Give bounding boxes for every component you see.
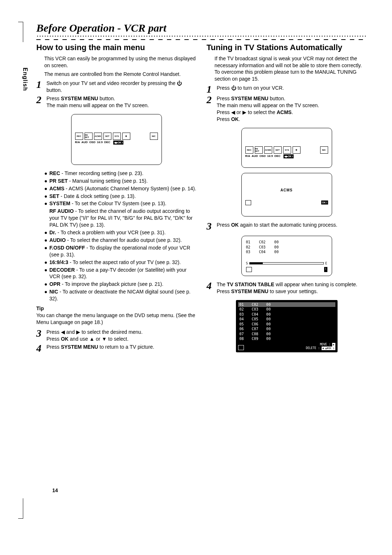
step-body: Switch on your TV set and video recorder… (46, 80, 196, 94)
section-heading-main-menu: How to using the main menu (36, 42, 196, 53)
text: button. (98, 96, 115, 101)
step-3: 3 Press OK again to start the automatic … (207, 222, 367, 231)
osd-icon: ✚ (293, 146, 301, 154)
osd-icon: NIC (150, 133, 158, 140)
osd-icon: R/A (75, 141, 80, 145)
osd-main-menu-figure: REC PR SET ACMS SET SYS ✚ NIC R/A AUD OS… (71, 114, 162, 165)
menu-definitions-list: ●REC - Timer recording setting (see p. 2… (44, 170, 196, 302)
osd-acms-figure: ACMS OK i (241, 173, 332, 216)
menu-def-body: OPR - To improve the playback picture (s… (49, 281, 196, 288)
bullet-icon: ● (44, 259, 49, 266)
tip-heading: Tip (36, 305, 196, 312)
bullet-icon (44, 208, 49, 228)
osd-icon-row: REC PR SET ACMS SET SYS ✚ NIC (245, 146, 328, 154)
menu-def-body: ACMS - ACMS (Automatic Channel Memory Sy… (49, 185, 196, 192)
menu-def-row: ●OPR - To improve the playback picture (… (44, 281, 196, 288)
s-label: S (246, 261, 248, 266)
menu-def-body: Dr. - To check a problem with your VCR (… (49, 229, 196, 236)
osd-icon: AUD (81, 141, 87, 145)
osd-icon: AUD (252, 154, 258, 158)
nav-arrows-icon: ◀ ▲▼OK i (322, 347, 335, 350)
station-table-row: 05C0600 (238, 322, 335, 327)
osd-icon: ACMS (94, 133, 102, 140)
bullet-icon: ● (44, 281, 49, 288)
bullet-icon: ● (44, 244, 49, 258)
divider-dashed (36, 39, 367, 40)
intro-text: If the TV broadcast signal is weak your … (215, 55, 367, 83)
osd-icon: 16:9 (267, 154, 273, 158)
step-number: 4 (36, 344, 44, 353)
osd-icon: SYS (113, 133, 121, 140)
osd-icon: R/A (245, 154, 250, 158)
station-table-row: 01C0200 (238, 302, 335, 307)
bullet-icon: ● (44, 178, 49, 185)
bullet-icon: ● (44, 193, 49, 200)
menu-def-body: SET - Date & clock setting (see p. 13). (49, 193, 196, 200)
osd-icon: 16:9 (97, 141, 103, 145)
osd-icon-row-2: R/A AUD OSD 16:9 DEC ◀▶OK i (245, 154, 328, 158)
menu-def-body: AUDIO - To select the channel for audio … (49, 237, 196, 244)
acms-mini-icon (245, 200, 251, 205)
station-table-row: 07C0800 (238, 332, 335, 337)
text: The main menu will appear on the TV scre… (217, 102, 319, 108)
osd-icon: REC (75, 133, 83, 140)
step-1: 1 Press ⏻ to turn on your VCR. (207, 85, 367, 94)
osd-icon: SET (274, 146, 282, 154)
menu-def-row: ●F.OSD ON/OFF - To display the operation… (44, 244, 196, 258)
menu-def-row: ●SYSTEM - To set the Colour TV System (s… (44, 200, 196, 207)
menu-def-row: ●AUDIO - To select the channel for audio… (44, 237, 196, 244)
step-3: 3 Press ◀ and ▶ to select the desired me… (36, 329, 196, 343)
chapter-title: Before Operation - VCR part (36, 22, 367, 34)
step-body: Press SYSTEM MENU button. The main menu … (217, 95, 367, 123)
crop-mark-top-left (18, 22, 23, 42)
divider-dotted (36, 35, 367, 37)
osd-main-menu-figure-2: REC PR SET ACMS SET SYS ✚ NIC R/A AUD OS… (241, 128, 332, 168)
step-2: 2 Press SYSTEM MENU button. The main men… (36, 95, 196, 109)
menu-def-row: ●Dr. - To check a problem with your VCR … (44, 229, 196, 236)
bullet-icon: ● (44, 267, 49, 280)
osd-icon: PR SET (85, 133, 93, 140)
step-number: 3 (207, 222, 215, 231)
station-table-row: 03C0400 (238, 312, 335, 317)
acms-mini-icon (246, 267, 252, 272)
nav-ok-icon: OK i (321, 200, 328, 204)
intro-text-1: This VCR can easily be programmed by usi… (44, 55, 196, 69)
text: The main menu will appear on the TV scre… (46, 102, 149, 108)
menu-def-row: RF AUDIO - To select the channel of audi… (44, 208, 196, 228)
osd-icon: ACMS (264, 146, 272, 154)
menu-def-row: ●PR SET - Manual tuning setting (see p. … (44, 178, 196, 185)
delete-label: DELETE : (306, 347, 320, 350)
menu-def-body: SYSTEM - To set the Colour TV System (se… (49, 200, 196, 207)
step-number: 1 (207, 85, 215, 94)
menu-def-row: ●DECODER - To use a pay-TV decoder (or S… (44, 267, 196, 280)
menu-def-body: REC - Timer recording setting (see p. 23… (49, 170, 196, 177)
intro-text-2: The menus are controlled from the Remote… (44, 71, 196, 78)
bullet-icon: ● (44, 200, 49, 207)
station-table-row: 02C0300 (238, 307, 335, 312)
step-2: 2 Press SYSTEM MENU button. The main men… (207, 95, 367, 123)
tip-body: You can change the menu language on the … (36, 312, 196, 326)
menu-def-body: DECODER - To use a pay-TV decoder (or Sa… (49, 267, 196, 280)
menu-def-row: ●16:9/4:3 - To select the aspect ratio o… (44, 259, 196, 266)
play-icon: ▶ (332, 343, 335, 347)
station-table-row: 06C0700 (238, 327, 335, 332)
language-tab: English (22, 68, 28, 91)
step-body: The TV STATION TABLE will appear when tu… (217, 281, 367, 295)
progress-bar-row: S E (246, 261, 327, 266)
step-body: Press ◀ and ▶ to select the desired menu… (46, 329, 196, 343)
crop-mark-bottom-left (18, 498, 23, 519)
nav-arrows-icon: ◀▶OK i (113, 141, 123, 145)
osd-icon: OSD (89, 141, 95, 145)
osd-icon: DEC (104, 141, 110, 145)
osd-icon-row: REC PR SET ACMS SET SYS ✚ NIC (75, 133, 158, 140)
menu-def-body: NIC - To activate or deactivate the NICA… (49, 288, 196, 302)
tuning-row: 01C0200 (246, 240, 327, 245)
osd-icon: NIC (320, 146, 328, 154)
step-4: 4 The TV STATION TABLE will appear when … (207, 281, 367, 295)
osd-station-table-figure: 01C020002C030003C040004C050005C060006C07… (236, 300, 338, 353)
menu-def-row: ●NIC - To activate or deactivate the NIC… (44, 288, 196, 302)
tuning-row: 02C0300 (246, 245, 327, 250)
progress-bar (249, 262, 324, 264)
menu-def-row: ●ACMS - ACMS (Automatic Channel Memory S… (44, 185, 196, 192)
osd-icon: OSD (260, 154, 266, 158)
